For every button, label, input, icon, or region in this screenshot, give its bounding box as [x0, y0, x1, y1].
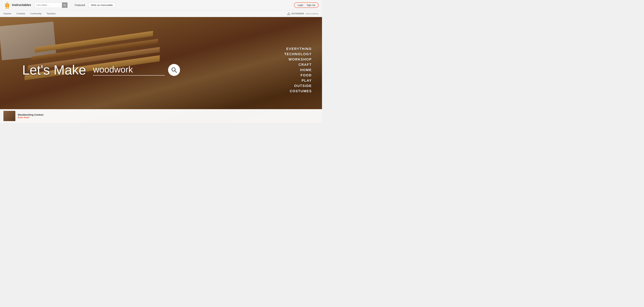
contest-strip: Woodworking Contest: Enter Now! [0, 109, 322, 123]
lets-make-heading: Let's Make [22, 62, 86, 78]
svg-rect-6 [6, 6, 7, 6]
category-craft[interactable]: CRAFT [298, 63, 312, 67]
autodesk-icon [287, 12, 290, 15]
svg-rect-12 [8, 8, 9, 8]
secondary-nav: Classes Contests Community Teachers AUTO… [0, 10, 322, 17]
autodesk-tagline: Make anything. [306, 13, 318, 15]
logo-text: instructables [12, 3, 31, 7]
contest-subtitle[interactable]: Enter Now! [18, 116, 44, 119]
nav-links: Featured Write an Instructable [73, 2, 294, 8]
community-link[interactable]: Community [30, 12, 42, 15]
logo-link[interactable]: instructables [4, 1, 31, 9]
category-costumes[interactable]: COSTUMES [290, 89, 312, 93]
svg-marker-17 [287, 12, 290, 15]
autodesk-area: AUTODESK. Make anything. [287, 12, 318, 15]
contests-link[interactable]: Contests [16, 12, 25, 15]
write-instructable-link[interactable]: Write an Instructable [88, 2, 115, 8]
svg-rect-8 [7, 5, 8, 6]
contest-text-area: Woodworking Contest: Enter Now! [18, 113, 44, 119]
svg-rect-7 [8, 6, 8, 6]
top-search-bar [34, 2, 68, 8]
top-nav: instructables Featured Write an Instruct… [0, 0, 322, 10]
search-icon [64, 4, 66, 6]
hero-search-button[interactable] [168, 64, 180, 76]
contest-thumbnail [4, 111, 15, 121]
svg-point-14 [7, 2, 8, 2]
hero-search-wrap [93, 64, 165, 75]
top-search-button[interactable] [62, 2, 68, 8]
secondary-links: Classes Contests Community Teachers [4, 12, 287, 15]
svg-point-5 [8, 3, 8, 4]
hero-search-icon [171, 67, 177, 73]
featured-link[interactable]: Featured [73, 2, 87, 7]
contest-title: Woodworking Contest: [18, 113, 44, 116]
category-everything[interactable]: EVERYTHING [286, 47, 312, 51]
hero-search-area [93, 64, 180, 76]
hero-section: Let's Make EVERYTHING TECHNOLOGY WORKSHO… [0, 17, 322, 123]
signup-button[interactable]: Sign Up [307, 4, 315, 6]
logo-robot-icon [4, 1, 11, 9]
top-search-input[interactable] [35, 4, 62, 6]
auth-area: Login | Sign Up [294, 2, 318, 8]
hero-content: Let's Make [0, 17, 322, 123]
auth-divider: | [305, 4, 306, 6]
teachers-link[interactable]: Teachers [46, 12, 56, 15]
svg-line-20 [175, 71, 176, 72]
category-play[interactable]: PLAY [302, 79, 312, 82]
category-technology[interactable]: TECHNOLOGY [284, 52, 312, 56]
hero-categories: EVERYTHING TECHNOLOGY WORKSHOP CRAFT HOM… [284, 47, 312, 93]
svg-point-4 [6, 3, 7, 4]
autodesk-logo-text: AUTODESK. [291, 12, 305, 15]
hero-search-row [93, 64, 180, 76]
svg-line-16 [65, 5, 66, 6]
svg-rect-11 [6, 8, 7, 8]
hero-search-input[interactable] [93, 64, 165, 74]
login-button[interactable]: Login [298, 4, 303, 6]
category-workshop[interactable]: WORKSHOP [288, 57, 312, 61]
category-food[interactable]: FOOD [300, 73, 312, 77]
category-home[interactable]: HOME [300, 68, 312, 72]
classes-link[interactable]: Classes [4, 12, 11, 15]
category-outside[interactable]: OUTSIDE [294, 84, 312, 88]
